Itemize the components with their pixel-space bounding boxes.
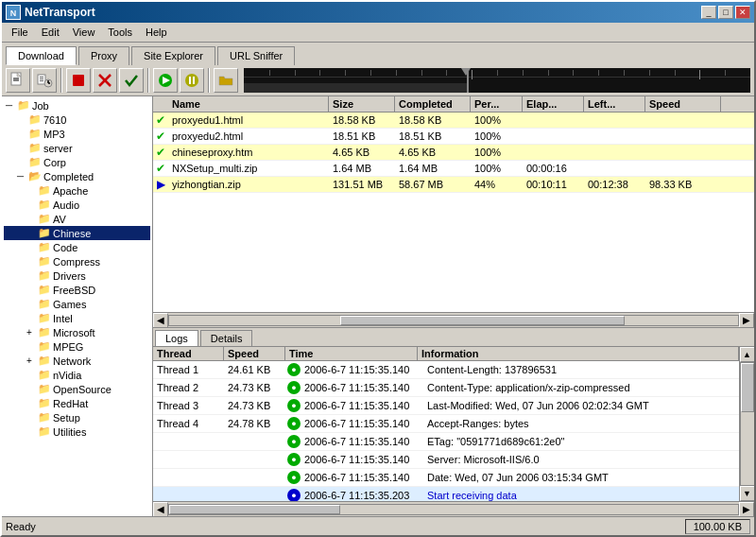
- sidebar-item-utilities[interactable]: 📁 Utilities: [4, 424, 150, 439]
- sidebar-item-audio[interactable]: 📁 Audio: [4, 198, 150, 212]
- maximize-button[interactable]: □: [718, 6, 733, 19]
- log-time: 2006-6-7 11:15:35.140: [301, 417, 423, 430]
- log-scroll-track[interactable]: [740, 362, 755, 486]
- svg-point-18: [185, 74, 198, 87]
- log-hscroll-track[interactable]: [168, 504, 739, 515]
- new-button[interactable]: [6, 68, 30, 93]
- sidebar-item-intel[interactable]: 📁 Intel: [4, 311, 150, 325]
- minimize-button[interactable]: _: [701, 6, 716, 19]
- file-size: 4.65 KB: [329, 146, 395, 159]
- check-button[interactable]: [119, 68, 144, 93]
- app-icon: N: [6, 5, 21, 20]
- hscroll-left-btn[interactable]: ◀: [153, 313, 168, 328]
- sidebar-item-redhat[interactable]: 📁 RedHat: [4, 396, 150, 410]
- log-content: Thread Speed Time Information Thread 1 2…: [153, 347, 754, 501]
- log-col-info[interactable]: Information: [418, 347, 739, 360]
- hscroll-right-btn[interactable]: ▶: [739, 313, 754, 328]
- log-speed: [224, 459, 285, 460]
- sidebar-item-av[interactable]: 📁 AV: [4, 212, 150, 226]
- sidebar-item-7610[interactable]: 📁 7610: [4, 113, 150, 127]
- log-col-time[interactable]: Time: [285, 347, 418, 360]
- col-left[interactable]: Left...: [584, 96, 645, 112]
- log-scroll-up-btn[interactable]: ▲: [740, 347, 755, 362]
- folder-icon-chinese: 📁: [38, 227, 51, 239]
- expand-icon-network: +: [26, 355, 36, 366]
- col-percent[interactable]: Per...: [471, 96, 523, 112]
- sidebar-item-mpeg[interactable]: 📁 MPEG: [4, 339, 150, 354]
- log-tab-logs[interactable]: Logs: [155, 330, 198, 346]
- sidebar-item-nvidia[interactable]: 📁 nVidia: [4, 368, 150, 382]
- sidebar-item-corp[interactable]: 📁 Corp: [4, 155, 150, 169]
- sidebar-item-drivers[interactable]: 📁 Drivers: [4, 268, 150, 283]
- tab-url-sniffer[interactable]: URL Sniffer: [217, 46, 295, 65]
- sidebar-item-chinese[interactable]: 📁 Chinese: [4, 226, 150, 240]
- toolbar-progress: [244, 68, 750, 93]
- sidebar-item-apache[interactable]: 📁 Apache: [4, 183, 150, 198]
- folder-icon-setup: 📁: [38, 411, 51, 424]
- col-elapsed[interactable]: Elap...: [523, 96, 584, 112]
- log-hscroll-thumb[interactable]: [169, 505, 340, 514]
- stop-button[interactable]: [66, 68, 91, 93]
- list-item[interactable]: ● 2006-6-7 11:15:35.140 ETag: "0591771d6…: [153, 433, 739, 451]
- tab-proxy[interactable]: Proxy: [78, 46, 129, 65]
- col-completed[interactable]: Completed: [395, 96, 471, 112]
- list-item[interactable]: ● 2006-6-7 11:15:35.140 Date: Wed, 07 Ju…: [153, 469, 739, 487]
- table-row[interactable]: ✔ proxyedu2.html 18.51 KB 18.51 KB 100%: [153, 129, 754, 145]
- sidebar-item-completed[interactable]: ─ 📂 Completed: [4, 169, 150, 183]
- col-name[interactable]: Name: [168, 96, 329, 112]
- properties-button[interactable]: [32, 68, 57, 93]
- svg-rect-19: [189, 77, 191, 84]
- list-item[interactable]: ● 2006-6-7 11:15:35.203 Start receiving …: [153, 487, 739, 501]
- log-scroll-down-btn[interactable]: ▼: [740, 486, 755, 501]
- log-status-icon: ●: [285, 452, 301, 467]
- sidebar-item-games[interactable]: 📁 Games: [4, 297, 150, 311]
- tab-site-explorer[interactable]: Site Explorer: [131, 46, 215, 65]
- sidebar-item-setup[interactable]: 📁 Setup: [4, 410, 150, 424]
- menu-view[interactable]: View: [67, 25, 101, 40]
- sidebar-item-compress[interactable]: 📁 Compress: [4, 254, 150, 268]
- table-row[interactable]: ✔ proxyedu1.html 18.58 KB 18.58 KB 100%: [153, 113, 754, 129]
- start-button[interactable]: [153, 68, 178, 93]
- sidebar-item-job[interactable]: ─ 📁 Job: [4, 98, 150, 113]
- expand-icon: ─: [6, 100, 15, 111]
- list-item[interactable]: Thread 2 24.73 KB ● 2006-6-7 11:15:35.14…: [153, 379, 739, 397]
- col-speed[interactable]: Speed: [645, 96, 721, 112]
- menu-tools[interactable]: Tools: [102, 25, 138, 40]
- file-list-header: Name Size Completed Per... Elap... Left.…: [153, 96, 754, 113]
- sidebar-item-microsoft[interactable]: + 📁 Microsoft: [4, 325, 150, 339]
- list-item[interactable]: Thread 1 24.61 KB ● 2006-6-7 11:15:35.14…: [153, 361, 739, 379]
- menu-edit[interactable]: Edit: [36, 25, 65, 40]
- menu-file[interactable]: File: [6, 25, 34, 40]
- menu-help[interactable]: Help: [140, 25, 173, 40]
- log-tab-details[interactable]: Details: [200, 330, 253, 346]
- table-row[interactable]: ✔ chineseproxy.htm 4.65 KB 4.65 KB 100%: [153, 145, 754, 161]
- log-col-speed[interactable]: Speed: [224, 347, 285, 360]
- hscroll-thumb[interactable]: [340, 316, 625, 325]
- delete-button[interactable]: [93, 68, 117, 93]
- sidebar-item-server[interactable]: 📁 server: [4, 141, 150, 155]
- sidebar-item-mp3[interactable]: 📁 MP3: [4, 127, 150, 141]
- sidebar-item-code[interactable]: 📁 Code: [4, 240, 150, 254]
- list-item[interactable]: Thread 4 24.78 KB ● 2006-6-7 11:15:35.14…: [153, 415, 739, 433]
- folder-button[interactable]: [214, 68, 238, 93]
- hscroll-track[interactable]: [168, 315, 739, 326]
- titlebar-left: N NetTransport: [6, 5, 95, 20]
- file-speed: [645, 151, 721, 153]
- pause-button[interactable]: [180, 68, 204, 93]
- col-size[interactable]: Size: [329, 96, 395, 112]
- tab-download[interactable]: Download: [6, 46, 77, 65]
- log-col-thread[interactable]: Thread: [153, 347, 224, 360]
- log-hscroll: ◀ ▶: [153, 501, 754, 516]
- sidebar-item-opensource[interactable]: 📁 OpenSource: [4, 382, 150, 396]
- log-hscroll-left-btn[interactable]: ◀: [153, 502, 168, 517]
- table-row[interactable]: ✔ NXSetup_multi.zip 1.64 MB 1.64 MB 100%…: [153, 161, 754, 177]
- list-item[interactable]: ● 2006-6-7 11:15:35.140 Server: Microsof…: [153, 451, 739, 469]
- folder-icon-audio: 📁: [38, 199, 51, 211]
- sidebar-item-network[interactable]: + 📁 Network: [4, 354, 150, 368]
- log-hscroll-right-btn[interactable]: ▶: [739, 502, 754, 517]
- log-scroll-thumb[interactable]: [741, 363, 754, 412]
- list-item[interactable]: Thread 3 24.73 KB ● 2006-6-7 11:15:35.14…: [153, 397, 739, 415]
- close-button[interactable]: ✕: [735, 6, 750, 19]
- sidebar-item-freebsd[interactable]: 📁 FreeBSD: [4, 283, 150, 297]
- table-row[interactable]: ▶ yizhongtian.zip 131.51 MB 58.67 MB 44%…: [153, 177, 754, 193]
